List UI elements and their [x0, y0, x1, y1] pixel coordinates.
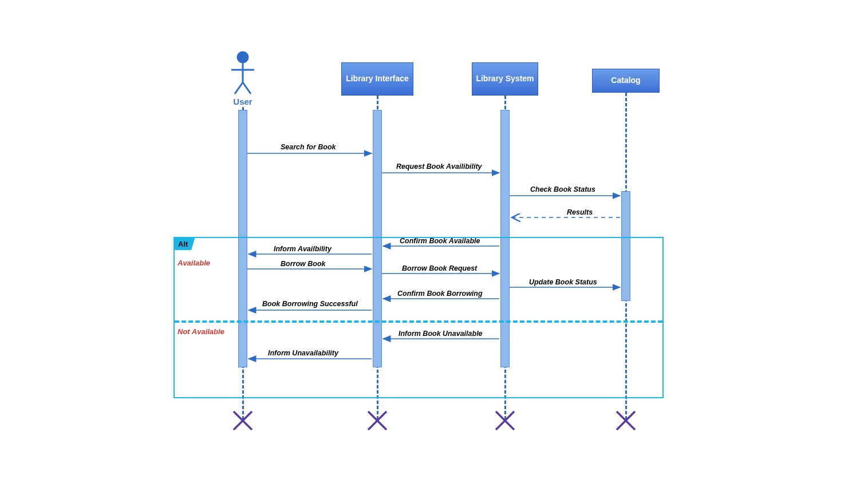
diagram-canvas: User Library Interface Library System Ca…: [22, 13, 846, 486]
participant-library-system: Library System: [472, 62, 538, 96]
svg-line-4: [243, 82, 251, 94]
sequence-diagram: User Library Interface Library System Ca…: [22, 13, 846, 486]
alt-fragment: [173, 237, 664, 398]
message-search-for-book: Search for Book: [281, 143, 336, 151]
message-confirm-available: Confirm Book Available: [400, 237, 480, 245]
message-results: Results: [567, 208, 593, 216]
message-confirm-borrowing: Confirm Book Borrowing: [397, 290, 483, 298]
message-borrow-book: Borrow Book: [281, 260, 325, 268]
message-update-status: Update Book Status: [529, 278, 597, 286]
svg-point-0: [238, 52, 248, 62]
message-inform-availability: Inform Availbility: [274, 245, 332, 253]
message-check-book-status: Check Book Status: [530, 185, 595, 193]
alt-condition-not-available: Not Available: [177, 327, 224, 336]
participant-library-interface: Library Interface: [341, 62, 413, 96]
message-inform-unavailability: Inform Unavailability: [268, 349, 338, 357]
message-borrowing-successful: Book Borrowing Successful: [262, 300, 358, 308]
actor-user-label: User: [229, 97, 257, 106]
participant-label: Catalog: [611, 76, 640, 86]
alt-divider: [175, 320, 662, 323]
message-request-availability: Request Book Availibility: [396, 163, 482, 171]
message-borrow-request: Borrow Book Request: [402, 264, 477, 272]
participant-catalog: Catalog: [592, 69, 660, 93]
alt-condition-available: Available: [177, 259, 210, 267]
svg-line-3: [235, 82, 243, 94]
message-inform-unavailable: Inform Book Unavailable: [399, 330, 483, 338]
participant-label: Library System: [476, 74, 534, 84]
participant-label: Library Interface: [346, 74, 409, 84]
